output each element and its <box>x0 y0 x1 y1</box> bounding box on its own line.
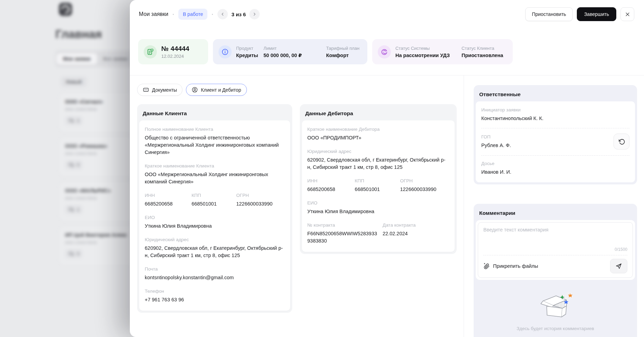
status-pill: В работе <box>178 9 207 20</box>
field-label: ОГРН <box>400 178 449 183</box>
debtor-registry-row: ИНН 6685200658 КПП 668501001 ОГРН 122660… <box>307 178 449 193</box>
field-short-name: Краткое наименование Клиента ООО «Мержре… <box>145 163 285 185</box>
responsible-title: Ответственные <box>476 87 635 101</box>
field-legal-address: Юридический адрес 620902, Свердловская о… <box>145 237 285 259</box>
background-tab-all[interactable]: Все заявки <box>97 53 134 64</box>
empty-box-illustration <box>535 291 575 319</box>
background-tab-my[interactable]: Мои заявки <box>57 53 97 64</box>
documents-icon <box>143 86 149 93</box>
field-label: Почта <box>145 266 285 272</box>
responsible-row-initiator: Инициатор заявки Константинопольский К. … <box>481 102 629 128</box>
attach-files-button[interactable]: Прикрепить файлы <box>483 263 538 270</box>
document-icon <box>146 48 154 56</box>
field-value: kontsntinopolsky.konstantin@gmail.com <box>145 274 285 281</box>
field-label: ЕИО <box>145 215 285 220</box>
field-kpp: КПП 668501001 <box>191 193 231 208</box>
field-value: Общество с ограниченной ответственностью… <box>145 134 285 156</box>
client-status-label: Статус Клиента <box>462 46 503 51</box>
suspend-button[interactable]: Приостановить <box>525 7 573 21</box>
prev-page-button[interactable] <box>217 9 228 19</box>
application-card-title: ООО «Ромашка» <box>65 143 129 149</box>
info-icon-circle <box>218 45 232 58</box>
field-label: ГОП <box>481 134 511 139</box>
info-icon <box>221 48 229 56</box>
application-date: 12.02.2024 <box>161 54 189 59</box>
field-value: +7 961 763 63 96 <box>145 296 285 303</box>
tab-client-debtor[interactable]: Клиент и Дебитор <box>186 84 247 96</box>
comments-count: 1 <box>77 207 79 212</box>
tab-client-debtor-label: Клиент и Дебитор <box>201 87 241 93</box>
application-card-inn: ИНН 2345678906 <box>65 107 129 111</box>
field-value: 668501001 <box>191 200 231 208</box>
next-page-button[interactable] <box>249 9 260 19</box>
finish-button[interactable]: Завершить <box>577 7 616 21</box>
application-card[interactable]: ООО «МАЛЬРИС» ИНН 2345678906 1 <box>60 182 135 220</box>
comment-icon <box>69 162 74 168</box>
application-card-inn: ИНН 2345678906 <box>65 240 129 245</box>
comments-count-badge: 0 <box>65 160 83 170</box>
application-card-inn: ИНН 2345678906 <box>65 196 129 200</box>
field-value: 620902, Свердловская обл, г Екатеринбург… <box>145 245 285 259</box>
summary-cards: № 44444 12.02.2024 Продукт Кредиты <box>138 39 644 64</box>
separator-dot <box>173 14 174 15</box>
client-status-column: Статус Клиента Приостановлена <box>462 46 503 58</box>
product-label: Продукт <box>236 46 259 51</box>
spinner-icon <box>381 48 388 56</box>
chevron-right-icon <box>252 12 257 16</box>
divider <box>483 255 627 255</box>
client-status-value: Приостановлена <box>462 53 503 58</box>
application-card[interactable]: ООО «Ромашка» ИНН 2345678906 0 <box>60 138 135 176</box>
comments-title: Комментарии <box>476 206 635 220</box>
field-label: Досье <box>481 161 511 166</box>
send-comment-button[interactable] <box>610 259 627 273</box>
client-panel-title: Данные Клиента <box>139 106 290 120</box>
field-value: Константинопольский К. К. <box>481 115 544 122</box>
field-value: 1226600033990 <box>400 186 449 193</box>
background-filter-new[interactable]: Новый <box>61 77 87 87</box>
separator-dot <box>212 14 213 15</box>
field-phone: Телефон +7 961 763 63 96 <box>145 289 285 303</box>
field-debtor-eio: ЕИО Уткина Юлия Владимировна <box>307 200 449 215</box>
drawer-content: Документы Клиент и Дебитор Дан <box>130 75 644 337</box>
comments-count: 1 <box>77 118 79 123</box>
comments-count-badge: 1 <box>65 116 83 125</box>
product-card: Продукт Кредиты Лимит 50 000 000, 00 ₽ Т… <box>213 39 367 64</box>
field-value: 1226600033990 <box>236 200 284 208</box>
tariff-value: Комфорт <box>326 53 359 58</box>
field-debtor-short-name: Краткое наименование Дебитора ООО «ПРОДИ… <box>307 127 449 142</box>
field-label: ИНН <box>307 178 350 183</box>
debtor-data-card: Краткое наименование Дебитора ООО «ПРОДИ… <box>302 120 455 252</box>
comment-icon <box>69 207 74 212</box>
comments-empty-caption: Здесь будет история комментариев <box>476 326 635 331</box>
field-label: Дата контракта <box>383 222 449 228</box>
field-label: Юридический адрес <box>145 237 285 242</box>
field-label: ЕИО <box>307 200 449 206</box>
product-value: Кредиты <box>236 53 259 58</box>
comments-count: 0 <box>77 162 79 167</box>
refresh-icon <box>618 138 625 145</box>
header-actions: Приостановить Завершить <box>525 7 634 21</box>
tab-documents[interactable]: Документы <box>137 84 182 96</box>
application-card-title: ООО «МАЛЬРИС» <box>65 188 129 193</box>
application-card[interactable]: ООО «Сигнал» ИНН 2345678906 1 <box>60 93 135 131</box>
field-value: ООО «Мержрегиональный Холдинг инжиниронг… <box>145 171 285 185</box>
background-tabs: Мои заявки Все заявки <box>55 51 135 67</box>
comment-input-card: 0/1500 Прикрепить файлы <box>476 220 635 280</box>
field-value: F66N85200658WWIW52839339383830 <box>307 230 378 245</box>
field-label: Краткое наименование Дебитора <box>307 127 449 132</box>
field-value: 620902, Свердловская обл, г Екатеринбург… <box>307 156 449 171</box>
system-status-value: На рассмотрении УДЗ <box>395 53 457 58</box>
comment-input[interactable] <box>483 227 627 245</box>
drawer-header: Мои заявки В работе 3 из 6 Приостановить… <box>130 0 644 28</box>
client-data-card: Полное наименование Клиента Общество с о… <box>139 120 290 311</box>
data-panels: Данные Клиента Полное наименование Клиен… <box>137 104 457 313</box>
reassign-gop-button[interactable] <box>614 134 629 149</box>
field-contract-date: Дата контракта 22.02.2024 <box>383 222 449 245</box>
main-column: Документы Клиент и Дебитор Дан <box>130 75 464 337</box>
close-button[interactable] <box>620 7 634 21</box>
comment-icon <box>69 118 74 124</box>
responsible-row-gop: ГОП Рублев А. Ф. <box>481 128 629 156</box>
paperclip-icon <box>483 263 490 270</box>
field-label: Инициатор заявки <box>481 107 544 112</box>
application-card[interactable]: ИП Цой Виктория Алекс ИНН 2345678906 0 <box>60 227 135 265</box>
